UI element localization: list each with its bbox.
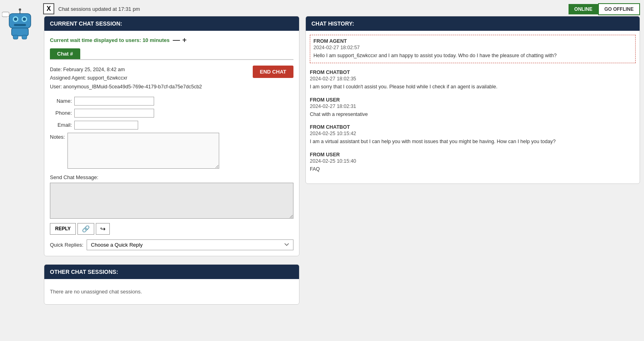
history-entry: FROM USER2024-02-25 10:15:40FAQ	[310, 152, 636, 173]
chat-tab-row: Chat #	[50, 48, 293, 60]
email-row: Email:	[50, 121, 293, 130]
history-message: Hello I am support_6zwkccxr and I am hap…	[313, 52, 632, 60]
send-message-label: Send Chat Message:	[50, 174, 293, 180]
chat-history-body: FROM AGENT2024-02-27 18:02:57Hello I am …	[306, 31, 640, 183]
transfer-icon: ↪	[100, 225, 105, 232]
robot-logo	[2, 8, 38, 40]
quick-reply-row: Quick Replies: Choose a Quick Reply	[50, 239, 293, 250]
svg-rect-11	[13, 35, 18, 39]
message-textarea[interactable]	[50, 183, 293, 219]
notes-row: Notes:	[50, 133, 293, 169]
wait-time-bar: Current wait time displayed to users: 10…	[50, 36, 293, 44]
history-time: 2024-02-27 18:02:31	[310, 104, 636, 109]
chat-date: Date: February 25, 2024, 8:42 am	[50, 66, 202, 74]
left-panel: CURRENT CHAT SESSION: Current wait time …	[44, 16, 299, 305]
end-chat-button[interactable]: END CHAT	[253, 66, 293, 78]
chat-info-left: Date: February 25, 2024, 8:42 am Assigne…	[50, 66, 202, 91]
history-sender: FROM USER	[310, 152, 636, 158]
history-message: Chat with a representative	[310, 111, 636, 118]
history-sender: FROM USER	[310, 97, 636, 103]
history-time: 2024-02-27 18:02:57	[313, 45, 632, 50]
action-buttons: REPLY 🔗 ↪	[50, 223, 293, 235]
history-time: 2024-02-25 10:15:40	[310, 158, 636, 164]
notes-textarea[interactable]	[67, 133, 219, 169]
svg-rect-12	[22, 35, 27, 39]
svg-rect-7	[14, 24, 26, 26]
history-message: FAQ	[310, 166, 636, 173]
history-sender: FROM CHATBOT	[310, 124, 636, 130]
history-message: I am sorry that I couldn't assist you. P…	[310, 83, 636, 91]
link-icon: 🔗	[82, 225, 90, 232]
notes-label: Notes:	[50, 134, 65, 140]
quick-reply-select[interactable]: Choose a Quick Reply	[87, 239, 293, 250]
quick-replies-label: Quick Replies:	[50, 242, 83, 248]
chat-history-title: CHAT HISTORY:	[311, 20, 354, 27]
history-sender: FROM AGENT	[313, 38, 632, 44]
phone-label: Phone:	[50, 110, 72, 116]
history-message: I am a virtual assistant but I can help …	[310, 138, 636, 146]
name-label: Name:	[50, 98, 72, 104]
other-sessions-title: OTHER CHAT SESSIONS:	[50, 269, 118, 275]
svg-point-4	[14, 18, 17, 21]
current-session-title: CURRENT CHAT SESSION:	[50, 20, 122, 27]
history-sender: FROM CHATBOT	[310, 70, 636, 75]
history-entry: FROM CHATBOT2024-02-25 10:15:42I am a vi…	[310, 124, 636, 146]
history-time: 2024-02-27 18:02:35	[310, 76, 636, 82]
main-container: CURRENT CHAT SESSION: Current wait time …	[44, 16, 640, 305]
svg-rect-10	[12, 28, 28, 36]
right-panel: CHAT HISTORY: FROM AGENT2024-02-27 18:02…	[305, 16, 640, 305]
phone-row: Phone:	[50, 109, 293, 118]
chat-history-panel: CHAT HISTORY: FROM AGENT2024-02-27 18:02…	[305, 16, 640, 184]
email-input[interactable]	[74, 121, 138, 130]
other-sessions-panel: OTHER CHAT SESSIONS: There are no unassi…	[44, 264, 299, 305]
history-time: 2024-02-25 10:15:42	[310, 131, 636, 136]
current-chat-session-panel: CURRENT CHAT SESSION: Current wait time …	[44, 16, 299, 256]
current-session-body: Current wait time displayed to users: 10…	[44, 31, 299, 256]
update-text: Chat sessions updated at 17:31 pm	[58, 6, 140, 12]
wait-time-controls: — +	[173, 36, 187, 44]
phone-input[interactable]	[74, 109, 154, 118]
current-session-header: CURRENT CHAT SESSION:	[44, 16, 299, 31]
svg-rect-8	[2, 12, 9, 17]
chat-tab[interactable]: Chat #	[50, 48, 80, 59]
wait-time-text: Current wait time displayed to users: 10…	[50, 37, 170, 43]
name-row: Name:	[50, 97, 293, 106]
transfer-button[interactable]: ↪	[96, 223, 110, 235]
svg-point-1	[19, 8, 21, 11]
history-entry: FROM AGENT2024-02-27 18:02:57Hello I am …	[310, 35, 636, 63]
history-entry: FROM CHATBOT2024-02-27 18:02:35I am sorr…	[310, 70, 636, 91]
svg-point-6	[23, 18, 26, 21]
header: X Chat sessions updated at 17:31 pm	[43, 3, 140, 14]
no-sessions-text: There are no unassigned chat sessions.	[50, 285, 293, 299]
online-button[interactable]: ONLINE	[569, 4, 598, 14]
decrease-wait-time-button[interactable]: —	[173, 36, 180, 44]
history-entry: FROM USER2024-02-27 18:02:31Chat with a …	[310, 97, 636, 118]
send-message-section: Send Chat Message: REPLY 🔗 ↪ Quick Repli	[50, 174, 293, 250]
chat-user: User: anonymous_IBMuid-5cea49d5-769e-417…	[50, 83, 202, 91]
link-button[interactable]: 🔗	[77, 223, 94, 235]
email-label: Email:	[50, 122, 72, 128]
go-offline-button[interactable]: GO OFFLINE	[598, 3, 640, 15]
other-sessions-body: There are no unassigned chat sessions.	[44, 279, 299, 304]
chat-agent: Assigned Agent: support_6zwkccxr	[50, 74, 202, 82]
increase-wait-time-button[interactable]: +	[182, 36, 187, 44]
chat-info: Date: February 25, 2024, 8:42 am Assigne…	[50, 66, 293, 91]
chat-history-header: CHAT HISTORY:	[306, 16, 640, 31]
name-input[interactable]	[74, 97, 154, 106]
other-sessions-header: OTHER CHAT SESSIONS:	[44, 265, 299, 279]
close-button[interactable]: X	[43, 3, 54, 14]
reply-button[interactable]: REPLY	[50, 223, 76, 235]
